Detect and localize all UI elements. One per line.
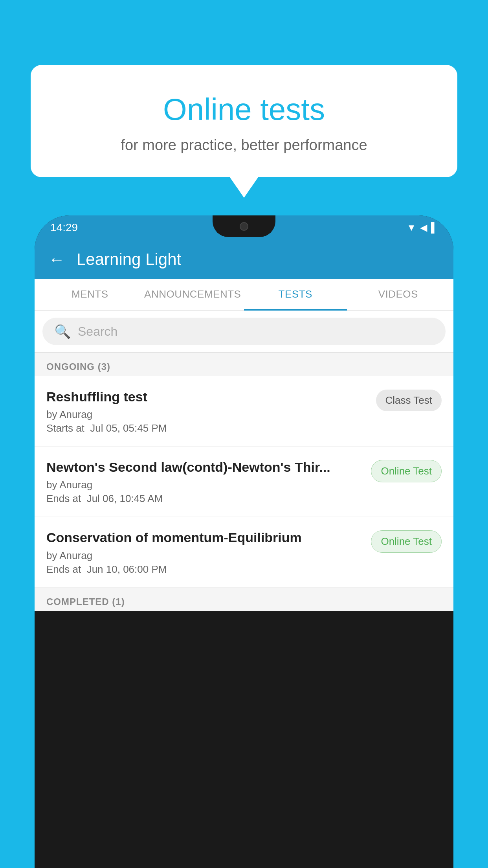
status-icons: ▼ ◀ ▌ bbox=[407, 222, 438, 233]
tab-ments[interactable]: MENTS bbox=[39, 279, 141, 311]
tab-videos[interactable]: VIDEOS bbox=[347, 279, 450, 311]
back-button[interactable]: ← bbox=[48, 250, 65, 269]
tab-tests[interactable]: TESTS bbox=[244, 279, 347, 311]
test-info: Reshuffling test by Anurag Starts at Jul… bbox=[46, 388, 368, 434]
test-info: Conservation of momentum-Equilibrium by … bbox=[46, 529, 363, 575]
test-name: Reshuffling test bbox=[46, 388, 368, 405]
test-badge-online-2: Online Test bbox=[371, 530, 442, 553]
app-title: Learning Light bbox=[77, 250, 181, 269]
search-placeholder: Search bbox=[78, 324, 117, 339]
ongoing-section-label: ONGOING (3) bbox=[35, 353, 453, 376]
test-date: Ends at Jul 06, 10:45 AM bbox=[46, 493, 363, 505]
status-time: 14:29 bbox=[50, 221, 78, 234]
test-name: Newton's Second law(contd)-Newton's Thir… bbox=[46, 458, 363, 476]
battery-icon: ▌ bbox=[431, 222, 438, 233]
phone-frame: 14:29 ▼ ◀ ▌ ← Learning Light MENTS ANNOU… bbox=[35, 215, 453, 868]
search-bar-wrap: 🔍 Search bbox=[35, 311, 453, 353]
test-item[interactable]: Conservation of momentum-Equilibrium by … bbox=[35, 517, 453, 587]
test-info: Newton's Second law(contd)-Newton's Thir… bbox=[46, 458, 363, 505]
test-by: by Anurag bbox=[46, 408, 368, 421]
test-item[interactable]: Newton's Second law(contd)-Newton's Thir… bbox=[35, 447, 453, 517]
app-screen: 🔍 Search ONGOING (3) Reshuffling test by… bbox=[35, 311, 453, 611]
test-by: by Anurag bbox=[46, 479, 363, 491]
test-badge-online: Online Test bbox=[371, 460, 442, 482]
promo-subtitle: for more practice, better performance bbox=[54, 137, 434, 154]
test-by: by Anurag bbox=[46, 550, 363, 562]
tab-announcements[interactable]: ANNOUNCEMENTS bbox=[141, 279, 244, 311]
test-date: Ends at Jun 10, 06:00 PM bbox=[46, 563, 363, 576]
completed-section-label: COMPLETED (1) bbox=[35, 588, 453, 611]
promo-title: Online tests bbox=[54, 92, 434, 127]
test-badge-class: Class Test bbox=[376, 390, 442, 411]
search-icon: 🔍 bbox=[54, 324, 71, 339]
promo-card: Online tests for more practice, better p… bbox=[31, 65, 457, 177]
test-date: Starts at Jul 05, 05:45 PM bbox=[46, 422, 368, 434]
wifi-icon: ▼ bbox=[407, 222, 416, 233]
test-list: Reshuffling test by Anurag Starts at Jul… bbox=[35, 376, 453, 611]
signal-icon: ◀ bbox=[420, 222, 427, 233]
tabs-bar: MENTS ANNOUNCEMENTS TESTS VIDEOS bbox=[35, 279, 453, 311]
app-header: ← Learning Light bbox=[35, 240, 453, 279]
front-camera bbox=[240, 222, 248, 231]
test-name: Conservation of momentum-Equilibrium bbox=[46, 529, 363, 546]
phone-notch bbox=[213, 215, 275, 237]
search-bar[interactable]: 🔍 Search bbox=[42, 318, 446, 345]
test-item[interactable]: Reshuffling test by Anurag Starts at Jul… bbox=[35, 376, 453, 447]
